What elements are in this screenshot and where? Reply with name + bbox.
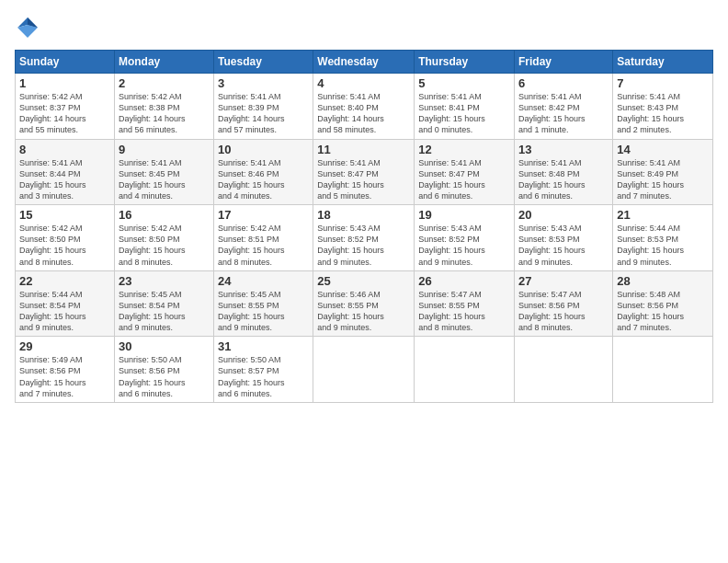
week-row-4: 22Sunrise: 5:44 AM Sunset: 8:54 PM Dayli… [16,270,713,337]
day-cell-15: 15Sunrise: 5:42 AM Sunset: 8:50 PM Dayli… [16,205,115,271]
day-info: Sunrise: 5:42 AM Sunset: 8:37 PM Dayligh… [19,91,110,136]
day-cell-14: 14Sunrise: 5:41 AM Sunset: 8:49 PM Dayli… [613,139,713,205]
day-info: Sunrise: 5:41 AM Sunset: 8:39 PM Dayligh… [218,91,309,136]
day-number: 5 [418,76,510,90]
logo-icon [15,15,40,40]
day-cell-13: 13Sunrise: 5:41 AM Sunset: 8:48 PM Dayli… [515,139,613,205]
day-info: Sunrise: 5:50 AM Sunset: 8:56 PM Dayligh… [119,354,210,399]
col-header-friday: Friday [515,51,613,74]
day-number: 15 [19,208,110,222]
day-number: 25 [317,274,410,288]
day-cell-9: 9Sunrise: 5:41 AM Sunset: 8:45 PM Daylig… [114,139,213,205]
day-number: 2 [119,76,210,90]
day-number: 11 [317,143,410,156]
header [15,15,713,40]
day-cell-16: 16Sunrise: 5:42 AM Sunset: 8:50 PM Dayli… [114,205,213,271]
day-info: Sunrise: 5:42 AM Sunset: 8:38 PM Dayligh… [119,91,210,136]
day-info: Sunrise: 5:41 AM Sunset: 8:48 PM Dayligh… [518,157,609,202]
day-number: 31 [218,339,309,353]
day-info: Sunrise: 5:41 AM Sunset: 8:40 PM Dayligh… [317,91,410,136]
day-cell-30: 30Sunrise: 5:50 AM Sunset: 8:56 PM Dayli… [114,337,213,403]
day-info: Sunrise: 5:49 AM Sunset: 8:56 PM Dayligh… [19,354,110,399]
day-cell-4: 4Sunrise: 5:41 AM Sunset: 8:40 PM Daylig… [313,74,415,140]
day-number: 28 [617,274,709,288]
day-cell-25: 25Sunrise: 5:46 AM Sunset: 8:55 PM Dayli… [313,270,415,337]
day-number: 6 [518,76,609,90]
day-info: Sunrise: 5:50 AM Sunset: 8:57 PM Dayligh… [218,354,309,399]
col-header-monday: Monday [114,51,213,74]
day-info: Sunrise: 5:47 AM Sunset: 8:56 PM Dayligh… [518,289,609,334]
day-info: Sunrise: 5:46 AM Sunset: 8:55 PM Dayligh… [317,289,410,334]
week-row-1: 1Sunrise: 5:42 AM Sunset: 8:37 PM Daylig… [16,74,713,140]
day-cell-29: 29Sunrise: 5:49 AM Sunset: 8:56 PM Dayli… [16,337,115,403]
day-number: 17 [218,208,309,222]
day-info: Sunrise: 5:41 AM Sunset: 8:47 PM Dayligh… [317,157,410,202]
logo [15,15,44,40]
col-header-wednesday: Wednesday [313,51,415,74]
day-info: Sunrise: 5:42 AM Sunset: 8:51 PM Dayligh… [218,223,309,268]
day-number: 20 [518,208,609,222]
day-cell-24: 24Sunrise: 5:45 AM Sunset: 8:55 PM Dayli… [214,270,313,337]
day-number: 22 [19,274,110,288]
day-number: 9 [119,143,210,156]
day-cell-31: 31Sunrise: 5:50 AM Sunset: 8:57 PM Dayli… [214,337,313,403]
day-cell-19: 19Sunrise: 5:43 AM Sunset: 8:52 PM Dayli… [415,205,515,271]
day-info: Sunrise: 5:41 AM Sunset: 8:44 PM Dayligh… [19,157,110,202]
day-info: Sunrise: 5:42 AM Sunset: 8:50 PM Dayligh… [19,223,110,268]
day-cell-28: 28Sunrise: 5:48 AM Sunset: 8:56 PM Dayli… [613,270,713,337]
day-info: Sunrise: 5:41 AM Sunset: 8:46 PM Dayligh… [218,157,309,202]
day-number: 21 [617,208,709,222]
day-number: 26 [418,274,510,288]
col-header-thursday: Thursday [415,51,515,74]
day-number: 19 [418,208,510,222]
day-number: 27 [518,274,609,288]
calendar-table: SundayMondayTuesdayWednesdayThursdayFrid… [15,50,713,403]
day-info: Sunrise: 5:43 AM Sunset: 8:52 PM Dayligh… [418,223,510,268]
day-number: 8 [19,143,110,156]
day-number: 4 [317,76,410,90]
empty-cell [515,337,613,403]
day-cell-22: 22Sunrise: 5:44 AM Sunset: 8:54 PM Dayli… [16,270,115,337]
col-header-saturday: Saturday [613,51,713,74]
day-number: 18 [317,208,410,222]
day-info: Sunrise: 5:42 AM Sunset: 8:50 PM Dayligh… [119,223,210,268]
day-info: Sunrise: 5:43 AM Sunset: 8:52 PM Dayligh… [317,223,410,268]
day-cell-11: 11Sunrise: 5:41 AM Sunset: 8:47 PM Dayli… [313,139,415,205]
day-cell-17: 17Sunrise: 5:42 AM Sunset: 8:51 PM Dayli… [214,205,313,271]
week-row-2: 8Sunrise: 5:41 AM Sunset: 8:44 PM Daylig… [16,139,713,205]
week-row-5: 29Sunrise: 5:49 AM Sunset: 8:56 PM Dayli… [16,337,713,403]
col-header-sunday: Sunday [16,51,115,74]
day-number: 1 [19,76,110,90]
day-info: Sunrise: 5:41 AM Sunset: 8:43 PM Dayligh… [617,91,709,136]
day-cell-12: 12Sunrise: 5:41 AM Sunset: 8:47 PM Dayli… [415,139,515,205]
day-cell-27: 27Sunrise: 5:47 AM Sunset: 8:56 PM Dayli… [515,270,613,337]
empty-cell [313,337,415,403]
week-row-3: 15Sunrise: 5:42 AM Sunset: 8:50 PM Dayli… [16,205,713,271]
day-info: Sunrise: 5:41 AM Sunset: 8:49 PM Dayligh… [617,157,709,202]
day-info: Sunrise: 5:43 AM Sunset: 8:53 PM Dayligh… [518,223,609,268]
day-info: Sunrise: 5:45 AM Sunset: 8:55 PM Dayligh… [218,289,309,334]
day-number: 23 [119,274,210,288]
day-cell-21: 21Sunrise: 5:44 AM Sunset: 8:53 PM Dayli… [613,205,713,271]
day-cell-6: 6Sunrise: 5:41 AM Sunset: 8:42 PM Daylig… [515,74,613,140]
empty-cell [613,337,713,403]
day-info: Sunrise: 5:41 AM Sunset: 8:45 PM Dayligh… [119,157,210,202]
day-number: 12 [418,143,510,156]
day-info: Sunrise: 5:44 AM Sunset: 8:53 PM Dayligh… [617,223,709,268]
day-number: 10 [218,143,309,156]
day-info: Sunrise: 5:47 AM Sunset: 8:55 PM Dayligh… [418,289,510,334]
header-row: SundayMondayTuesdayWednesdayThursdayFrid… [16,51,713,74]
day-cell-1: 1Sunrise: 5:42 AM Sunset: 8:37 PM Daylig… [16,74,115,140]
day-info: Sunrise: 5:41 AM Sunset: 8:41 PM Dayligh… [418,91,510,136]
day-cell-3: 3Sunrise: 5:41 AM Sunset: 8:39 PM Daylig… [214,74,313,140]
day-info: Sunrise: 5:48 AM Sunset: 8:56 PM Dayligh… [617,289,709,334]
day-info: Sunrise: 5:45 AM Sunset: 8:54 PM Dayligh… [119,289,210,334]
day-number: 24 [218,274,309,288]
day-info: Sunrise: 5:41 AM Sunset: 8:47 PM Dayligh… [418,157,510,202]
day-number: 13 [518,143,609,156]
day-info: Sunrise: 5:44 AM Sunset: 8:54 PM Dayligh… [19,289,110,334]
day-cell-26: 26Sunrise: 5:47 AM Sunset: 8:55 PM Dayli… [415,270,515,337]
empty-cell [415,337,515,403]
day-number: 30 [119,339,210,353]
day-number: 16 [119,208,210,222]
